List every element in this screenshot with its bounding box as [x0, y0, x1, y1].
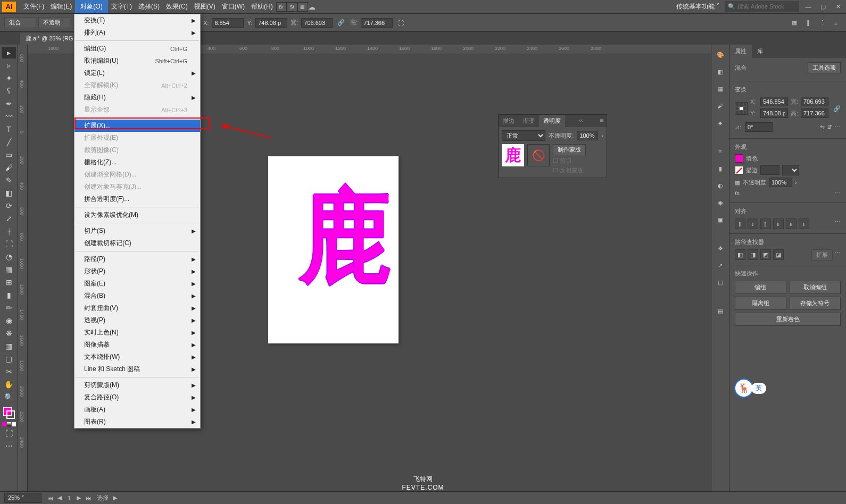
transform-icon[interactable]: ⛶ — [395, 17, 407, 29]
align-bottom-icon[interactable]: ⫾ — [799, 219, 809, 229]
menu-选择S[interactable]: 选择(S) — [135, 0, 163, 13]
sync-icon[interactable]: ☁ — [308, 3, 316, 11]
menu-item[interactable]: 剪切蒙版(M)▶ — [74, 379, 200, 391]
menu-item[interactable]: 图像描摹▶ — [74, 339, 200, 351]
align-vcenter-icon[interactable]: ⫾ — [786, 219, 797, 229]
pf-expand-button[interactable]: 扩展 — [811, 249, 833, 261]
panel-collapse-icon[interactable]: ‹‹ — [576, 115, 586, 127]
ctrl-align-icon[interactable]: ‖ — [802, 17, 814, 29]
angle-input[interactable] — [745, 122, 773, 132]
scale-tool[interactable]: ⤢ — [2, 213, 16, 224]
menu-item[interactable]: 切片(S)▶ — [74, 225, 200, 237]
menu-item[interactable]: 形状(P)▶ — [74, 265, 200, 278]
link-wh-icon[interactable]: 🔗 — [335, 17, 347, 29]
hand-tool[interactable]: ✋ — [2, 379, 16, 390]
menu-item[interactable]: 取消编组(U)Shift+Ctrl+G — [74, 55, 200, 67]
align-hcenter-icon[interactable]: ⫾ — [748, 219, 758, 229]
magic-wand-tool[interactable]: ✦ — [2, 72, 16, 84]
menu-窗口W[interactable]: 窗口(W) — [219, 0, 248, 13]
fx-label[interactable]: fx. — [735, 190, 741, 196]
st-icon[interactable]: St — [287, 2, 297, 12]
menu-item[interactable]: 文本绕排(W)▶ — [74, 351, 200, 363]
ruler-origin[interactable] — [18, 45, 28, 54]
menu-item[interactable]: 透视(P)▶ — [74, 314, 200, 326]
menu-item[interactable]: 路径(P)▶ — [74, 253, 200, 265]
menu-编辑E[interactable]: 编辑(E) — [47, 0, 75, 13]
paintbrush-tool[interactable]: 🖌 — [2, 162, 16, 173]
shaper-tool[interactable]: ✎ — [2, 174, 16, 186]
link-wh-icon[interactable]: 🔗 — [833, 105, 841, 112]
tool-options-button[interactable]: 工具选项 — [808, 62, 841, 73]
search-stock-input[interactable]: 🔍 搜索 Adobe Stock — [725, 1, 799, 12]
tab-libraries[interactable]: 库 — [752, 45, 768, 58]
mask-thumbnail[interactable]: 🚫 — [527, 144, 550, 166]
direct-selection-tool[interactable]: ▹ — [2, 60, 16, 71]
ime-language[interactable]: 英 — [751, 383, 766, 394]
menu-效果C[interactable]: 效果(C) — [163, 0, 191, 13]
selection-tool[interactable]: ▸ — [2, 47, 16, 58]
ctrl-grid-icon[interactable]: ▦ — [789, 17, 800, 29]
artboards-panel-icon[interactable]: ▢ — [715, 276, 726, 288]
document-tab[interactable]: 鹿.ai* @ 25% (RG — [20, 32, 78, 45]
menu-item[interactable]: 变换(T)▶ — [74, 14, 200, 27]
menu-item[interactable]: 封套扭曲(V)▶ — [74, 302, 200, 314]
menu-item[interactable]: 编组(G)Ctrl+G — [74, 43, 200, 55]
prop-w-input[interactable] — [801, 97, 828, 106]
align-left-icon[interactable]: ⫿ — [735, 219, 745, 229]
edit-toolbar-icon[interactable]: ⋯ — [2, 440, 16, 452]
pf-exclude-icon[interactable]: ◪ — [773, 249, 784, 260]
brushes-icon[interactable]: 🖌 — [715, 100, 726, 112]
br-icon[interactable]: Br — [276, 2, 287, 12]
menu-item[interactable]: 图表(R)▶ — [74, 416, 200, 428]
more-transform-icon[interactable]: ⋯ — [835, 124, 841, 131]
tab-stroke[interactable]: 描边 — [499, 115, 519, 127]
pf-intersect-icon[interactable]: ◩ — [760, 249, 771, 260]
flip-v-icon[interactable]: ⇵ — [827, 124, 832, 131]
gradient-tool[interactable]: ▮ — [2, 289, 16, 301]
close-icon[interactable]: ✕ — [832, 2, 844, 12]
prop-x-input[interactable] — [760, 97, 788, 106]
zoom-level-select[interactable]: 25% ˅ — [4, 493, 42, 503]
appearance-panel-icon[interactable]: ◉ — [715, 197, 726, 208]
fill-stroke-swatch[interactable] — [3, 407, 15, 419]
menu-item[interactable]: 混合(B)▶ — [74, 290, 200, 302]
color-panel-icon[interactable]: 🎨 — [715, 49, 726, 61]
symbol-sprayer-tool[interactable]: ❋ — [2, 327, 16, 339]
align-top-icon[interactable]: ⫾ — [773, 219, 784, 229]
pen-tool[interactable]: ✒ — [2, 98, 16, 110]
menu-item[interactable]: 栅格化(Z)... — [74, 156, 200, 169]
workspace-switcher[interactable]: 传统基本功能 ˅ — [674, 2, 721, 11]
layers-panel-icon[interactable]: ❖ — [715, 242, 726, 254]
menu-item[interactable]: 复合路径(O)▶ — [74, 391, 200, 404]
blend-mode-select[interactable]: 正常 — [502, 130, 545, 141]
status-arrow-icon[interactable]: ▶ — [113, 494, 117, 501]
menu-对象O[interactable]: 对象(O) — [75, 0, 107, 13]
fill-swatch[interactable] — [735, 154, 743, 163]
menu-item[interactable]: Line 和 Sketch 图稿▶ — [74, 363, 200, 375]
ctrl-list-icon[interactable]: ≡ — [830, 17, 842, 29]
slice-tool[interactable]: ✂ — [2, 366, 16, 377]
symbols-icon[interactable]: ♣ — [715, 117, 726, 129]
make-mask-button[interactable]: 制作蒙版 — [553, 144, 586, 155]
menu-item[interactable]: 隐藏(H)▶ — [74, 91, 200, 104]
object-thumbnail[interactable]: 鹿 — [502, 144, 524, 166]
swatches-icon[interactable]: ▦ — [715, 83, 726, 95]
menu-item[interactable]: 设为像素级优化(M) — [74, 209, 200, 221]
x-input[interactable] — [212, 18, 244, 28]
reference-point-grid[interactable] — [735, 102, 748, 115]
column-graph-tool[interactable]: ▥ — [2, 340, 16, 352]
width-tool[interactable]: ⟊ — [2, 225, 16, 237]
prop-y-input[interactable] — [760, 108, 788, 118]
perspective-grid-tool[interactable]: ▦ — [2, 264, 16, 275]
menu-文字T[interactable]: 文字(T) — [108, 0, 135, 13]
blend-mode-select[interactable]: 混合 — [4, 17, 36, 28]
menu-item[interactable]: 实时上色(N)▶ — [74, 326, 200, 339]
libraries-icon[interactable]: ▤ — [715, 305, 726, 317]
menu-item[interactable]: 锁定(L)▶ — [74, 67, 200, 79]
rectangle-tool[interactable]: ▭ — [2, 149, 16, 161]
op-input[interactable] — [577, 131, 598, 140]
pf-more-icon[interactable]: ⋯ — [835, 249, 841, 261]
artboard-nav[interactable]: ⏮◀1▶⏭ — [46, 494, 93, 502]
color-mode-icons[interactable] — [2, 422, 16, 426]
color-guide-icon[interactable]: ◧ — [715, 66, 726, 78]
